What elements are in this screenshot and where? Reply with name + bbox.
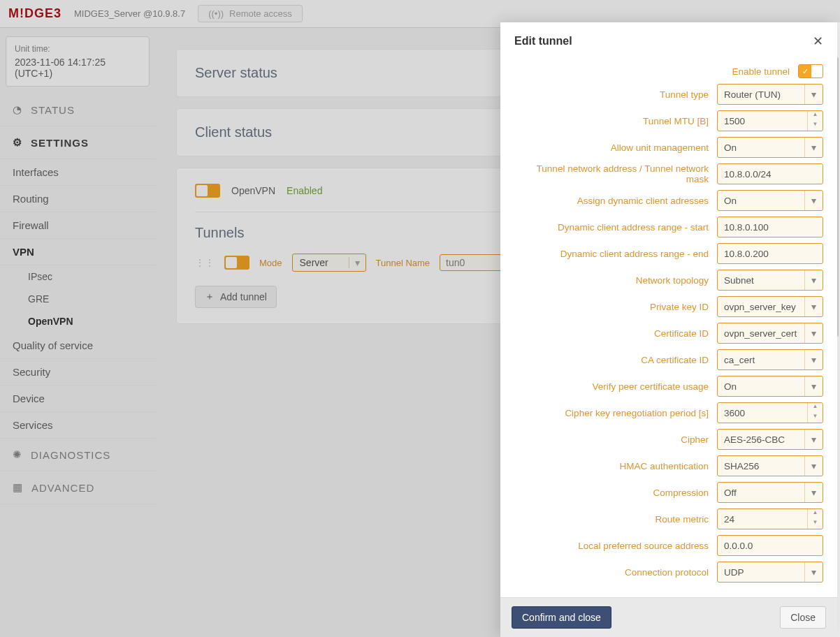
modal-body: Enable tunnel✓Tunnel typeRouter (TUN)▾Tu…: [500, 60, 837, 597]
field-row: Connection protocolUDP▾: [514, 562, 823, 583]
confirm-button[interactable]: Confirm and close: [512, 606, 611, 629]
field-value: 3600: [718, 408, 807, 418]
field-value: 1500: [718, 116, 807, 126]
field-row: Private key IDovpn_server_key▾: [514, 296, 823, 317]
field-value: SHA256: [718, 461, 804, 471]
field-label: Dynamic client address range - end: [514, 249, 711, 259]
field-row: Tunnel MTU [B]1500▲▼: [514, 110, 823, 131]
field-value: On: [718, 381, 804, 392]
field-label: Private key ID: [514, 302, 711, 312]
close-icon[interactable]: ✕: [813, 34, 823, 49]
spinner-icon[interactable]: ▲▼: [807, 509, 823, 529]
field-value: 0.0.0.0: [718, 541, 823, 551]
field-select[interactable]: Off▾: [717, 482, 823, 503]
field-select[interactable]: AES-256-CBC▾: [717, 429, 823, 450]
field-value: AES-256-CBC: [718, 434, 804, 445]
field-row: Dynamic client address range - end10.8.0…: [514, 243, 823, 264]
field-row: Enable tunnel✓: [514, 64, 823, 78]
field-row: CipherAES-256-CBC▾: [514, 429, 823, 450]
field-value: 10.8.0.100: [718, 222, 823, 233]
modal-footer: Confirm and close Close: [500, 597, 837, 637]
field-select[interactable]: Subnet▾: [717, 270, 823, 291]
field-row: Assign dynamic client adressesOn▾: [514, 190, 823, 211]
field-value: Router (TUN): [718, 89, 804, 100]
field-label: Route metric: [514, 514, 711, 525]
field-input[interactable]: 10.8.0.100: [717, 217, 823, 237]
field-label: Compression: [514, 488, 711, 498]
chevron-down-icon[interactable]: ▾: [804, 270, 823, 290]
chevron-down-icon[interactable]: ▾: [804, 562, 823, 582]
field-row: Network topologySubnet▾: [514, 270, 823, 291]
field-value: On: [718, 142, 804, 153]
field-row: Tunnel network address / Tunnel network …: [514, 163, 823, 184]
close-button[interactable]: Close: [780, 606, 826, 629]
field-select[interactable]: UDP▾: [717, 562, 823, 583]
field-row: Certificate IDovpn_server_cert▾: [514, 323, 823, 344]
field-value: ovpn_server_key: [718, 302, 804, 312]
field-row: Tunnel typeRouter (TUN)▾: [514, 84, 823, 105]
chevron-down-icon[interactable]: ▾: [804, 376, 823, 396]
field-select[interactable]: ovpn_server_cert▾: [717, 323, 823, 344]
field-value: 10.8.0.200: [718, 249, 823, 259]
field-label: Certificate ID: [514, 328, 711, 339]
field-number[interactable]: 1500▲▼: [717, 110, 823, 131]
field-label: Tunnel MTU [B]: [514, 116, 711, 126]
field-input[interactable]: 10.8.0.200: [717, 243, 823, 264]
chevron-down-icon[interactable]: ▾: [804, 191, 823, 210]
field-value: 10.8.0.0/24: [718, 169, 823, 180]
field-label: Assign dynamic client adresses: [514, 196, 711, 206]
field-select[interactable]: ca_cert▾: [717, 349, 823, 370]
chevron-down-icon[interactable]: ▾: [804, 85, 823, 104]
field-value: ca_cert: [718, 355, 804, 365]
field-label: Dynamic client address range - start: [514, 222, 711, 233]
check-icon: ✓: [799, 65, 811, 78]
field-select[interactable]: Router (TUN)▾: [717, 84, 823, 105]
field-row: Allow unit managementOn▾: [514, 137, 823, 158]
field-value: UDP: [718, 567, 804, 578]
field-label: Cipher: [514, 434, 711, 445]
field-label: HMAC authentication: [514, 461, 711, 471]
field-label: Tunnel network address / Tunnel network …: [514, 163, 711, 184]
field-number[interactable]: 24▲▼: [717, 508, 823, 529]
field-input[interactable]: 0.0.0.0: [717, 535, 823, 556]
field-number[interactable]: 3600▲▼: [717, 402, 823, 423]
chevron-down-icon[interactable]: ▾: [804, 297, 823, 316]
field-value: Subnet: [718, 275, 804, 286]
field-label: Allow unit management: [514, 142, 711, 153]
chevron-down-icon[interactable]: ▾: [804, 483, 823, 502]
field-value: 24: [718, 514, 807, 525]
field-value: Off: [718, 488, 804, 498]
field-row: Route metric24▲▼: [514, 508, 823, 529]
edit-tunnel-modal: Edit tunnel ✕ Enable tunnel✓Tunnel typeR…: [500, 22, 837, 637]
field-label: Network topology: [514, 275, 711, 286]
field-select[interactable]: On▾: [717, 190, 823, 211]
field-label: Local preferred source address: [514, 541, 711, 551]
field-select[interactable]: ovpn_server_key▾: [717, 296, 823, 317]
field-row: CompressionOff▾: [514, 482, 823, 503]
field-label: CA certificate ID: [514, 355, 711, 365]
chevron-down-icon[interactable]: ▾: [804, 456, 823, 476]
field-label: Cipher key renegotiation period [s]: [514, 408, 711, 418]
field-label: Connection protocol: [514, 567, 711, 578]
field-row: CA certificate IDca_cert▾: [514, 349, 823, 370]
field-row: Dynamic client address range - start10.8…: [514, 217, 823, 237]
field-row: Verify peer certificate usageOn▾: [514, 376, 823, 397]
chevron-down-icon[interactable]: ▾: [804, 430, 823, 449]
field-label: Verify peer certificate usage: [514, 381, 711, 392]
field-value: ovpn_server_cert: [718, 328, 804, 339]
spinner-icon[interactable]: ▲▼: [807, 111, 823, 131]
spinner-icon[interactable]: ▲▼: [807, 403, 823, 423]
chevron-down-icon[interactable]: ▾: [804, 350, 823, 369]
field-row: HMAC authenticationSHA256▾: [514, 455, 823, 476]
enable-tunnel-toggle[interactable]: ✓: [798, 64, 823, 78]
field-row: Local preferred source address0.0.0.0: [514, 535, 823, 556]
field-select[interactable]: On▾: [717, 137, 823, 158]
chevron-down-icon[interactable]: ▾: [804, 138, 823, 157]
field-row: Cipher key renegotiation period [s]3600▲…: [514, 402, 823, 423]
field-input[interactable]: 10.8.0.0/24: [717, 163, 823, 184]
field-value: On: [718, 196, 804, 206]
chevron-down-icon[interactable]: ▾: [804, 323, 823, 343]
field-select[interactable]: On▾: [717, 376, 823, 397]
field-label: Enable tunnel: [514, 66, 792, 77]
field-select[interactable]: SHA256▾: [717, 455, 823, 476]
